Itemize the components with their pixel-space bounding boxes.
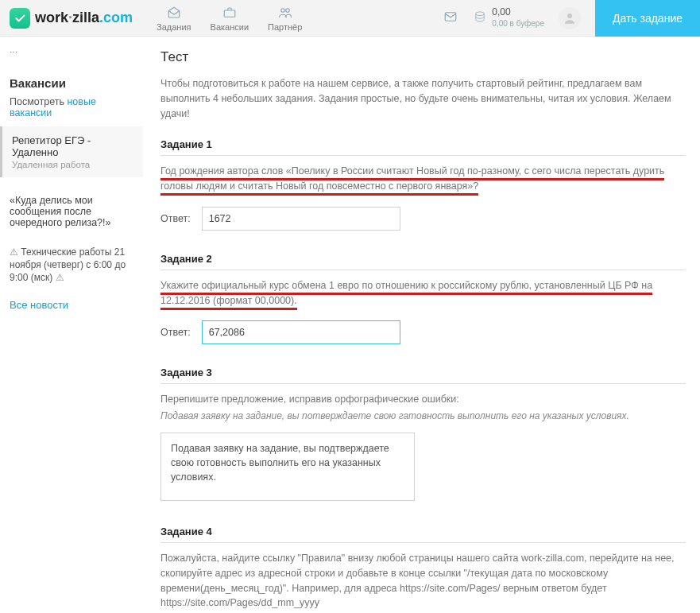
- answer-row: Ответ:: [160, 207, 686, 231]
- coins-icon: [473, 10, 487, 26]
- task-sample: Подавая заявку на задание, вы потверждае…: [160, 410, 686, 421]
- main-content: Тест Чтобы подготовиться к работе на наш…: [143, 37, 700, 613]
- sidebar: ··· Вакансии Посмотреть новые вакансии Р…: [0, 37, 143, 613]
- envelope-open-icon: [157, 5, 191, 21]
- page-title: Тест: [160, 49, 686, 65]
- svg-point-4: [476, 12, 485, 16]
- svg-rect-3: [446, 13, 457, 21]
- avatar[interactable]: [559, 7, 581, 29]
- sidebar-quote[interactable]: «Куда делись мои сообщения после очередн…: [10, 195, 133, 228]
- nav-label: Вакансии: [211, 22, 249, 32]
- svg-point-5: [567, 14, 572, 18]
- task-question: Перепишите предложение, исправив орфогра…: [160, 392, 686, 407]
- logo-text: work·zilla.com: [35, 10, 133, 26]
- task-question: Укажите официальный курс обмена 1 евро п…: [160, 280, 652, 310]
- task-1: Задание 1 Год рождения автора слов «Поел…: [160, 138, 686, 231]
- nav-partner[interactable]: Партнёр: [268, 5, 302, 32]
- answer-input-1[interactable]: [202, 207, 400, 231]
- header-nav: Задания Вакансии Партнёр: [157, 5, 302, 32]
- briefcase-icon: [211, 5, 249, 21]
- header-right: 0,00 0,00 в буфере Дать задание: [443, 0, 700, 37]
- task-3: Задание 3 Перепишите предложение, исправ…: [160, 367, 686, 503]
- task-title: Задание 2: [160, 253, 686, 270]
- sidebar-vac-look: Посмотреть новые вакансии: [10, 96, 133, 118]
- balance-widget[interactable]: 0,00 0,00 в буфере: [473, 7, 544, 28]
- intro-text: Чтобы подготовиться к работе на нашем се…: [160, 76, 686, 121]
- all-news-link[interactable]: Все новости: [10, 299, 68, 311]
- svg-rect-0: [224, 10, 235, 17]
- people-icon: [268, 5, 302, 21]
- answer-label: Ответ:: [160, 327, 191, 338]
- sidebar-vacancy-card[interactable]: Репетитор ЕГЭ - Удаленно Удаленная работ…: [0, 126, 143, 177]
- balance-text: 0,00 0,00 в буфере: [492, 7, 544, 28]
- sidebar-maintenance: ⚠ Технические работы 21 ноября (четверг)…: [10, 246, 133, 285]
- vacancy-title: Репетитор ЕГЭ - Удаленно: [12, 134, 133, 158]
- warning-icon: ⚠: [10, 246, 18, 258]
- warning-icon: ⚠: [56, 272, 64, 283]
- task-title: Задание 3: [160, 367, 686, 384]
- task-question: Год рождения автора слов «Поелику в Росс…: [160, 165, 664, 196]
- answer-row: Ответ:: [160, 320, 686, 344]
- sidebar-cut-text: ···: [10, 46, 133, 57]
- messages-icon[interactable]: [443, 10, 458, 26]
- svg-point-2: [285, 8, 289, 12]
- svg-point-1: [280, 8, 284, 12]
- task-4: Задание 4 Пожалуйста, найдите ссылку "Пр…: [160, 526, 686, 613]
- sidebar-vacancies-title: Вакансии: [10, 76, 133, 90]
- answer-textarea-3[interactable]: Подавая заявку на задание, вы подтвержда…: [160, 433, 415, 501]
- task-2: Задание 2 Укажите официальный курс обмен…: [160, 253, 686, 345]
- nav-tasks[interactable]: Задания: [157, 5, 191, 32]
- answer-label: Ответ:: [160, 213, 191, 224]
- task-title: Задание 1: [160, 138, 686, 156]
- app-header: work·zilla.com Задания Вакансии Партнёр: [0, 0, 700, 37]
- nav-label: Задания: [157, 22, 191, 32]
- answer-input-2[interactable]: [202, 320, 400, 344]
- vacancy-sub: Удаленная работа: [12, 160, 133, 169]
- logo-check-icon: [10, 8, 30, 29]
- task-title: Задание 4: [160, 526, 686, 543]
- task-question: Пожалуйста, найдите ссылку "Правила" вни…: [160, 553, 675, 608]
- logo[interactable]: work·zilla.com: [10, 8, 133, 29]
- nav-vacancies[interactable]: Вакансии: [211, 5, 249, 32]
- nav-label: Партнёр: [268, 22, 302, 32]
- create-task-button[interactable]: Дать задание: [595, 0, 700, 37]
